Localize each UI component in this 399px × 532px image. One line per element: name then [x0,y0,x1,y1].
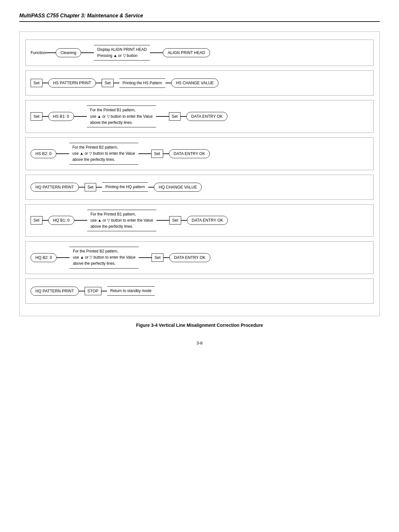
set-btn-5: Set [85,183,97,191]
hq-change-value-box: HQ CHANGE VALUE [154,183,202,192]
flow-section-6: Set HQ B1: 0 For the Printed B1 pattern,… [25,204,374,237]
flow-row-7: HQ B2: 0 For the Printed B2 pattern, use… [31,247,368,269]
connector-line [96,83,102,83]
hq-pattern-print-box-5: HQ PATTERN PRINT [31,183,79,192]
flow-row-1: Function Cleaning Display ALIGN PRINT HE… [31,45,368,60]
connector-line [42,220,48,221]
return-standby-box: Return to standby mode [107,286,155,296]
page: MultiPASS C755 Chapter 3: Maintenance & … [0,0,399,532]
connector-line [114,83,119,83]
hs-b1-instruction-box: For the Printed B1 pattern, use ▲ or ▽ b… [87,105,156,127]
data-entry-ok-7: DATA ENTRY OK [169,253,210,262]
hq-pattern-print-box-8: HQ PATTERN PRINT [31,287,79,296]
connector-line [74,220,87,221]
connector-line [74,116,87,117]
flow-section-8: HQ PATTERN PRINT STOP Return to standby … [25,279,374,304]
connector-line [148,187,154,188]
header-title: MultiPASS C755 Chapter 3: Maintenance & … [19,13,143,18]
flow-section-4: HS B2: 0 For the Printed B2 pattern, use… [25,137,374,170]
set-btn-3a: Set [31,112,42,121]
hs-b1-box: HS B1: 0 [48,112,74,121]
set-btn-2b: Set [102,79,114,87]
header: MultiPASS C755 Chapter 3: Maintenance & … [19,13,380,22]
connector-line [150,52,163,53]
connector-line [163,153,169,154]
cleaning-box: Cleaning [56,48,81,57]
hq-b2-box: HQ B2: 0 [31,253,57,262]
connector-line [139,257,152,258]
connector-line [156,220,169,221]
figure-caption: Figure 3-4 Vertical Line Misalignment Co… [19,323,380,328]
hs-b2-box: HS B2: 0 [31,149,56,158]
connector-line [165,83,171,83]
connector-line [57,257,70,258]
flow-row-2: Set HS PATTERN PRINT Set Printing the HS… [31,76,368,90]
stop-btn: STOP [85,287,101,295]
connector-line [181,220,187,221]
data-entry-ok-3: DATA ENTRY OK [186,112,227,121]
connector-line [181,116,186,117]
align-print-head-box: ALIGN PRINT HEAD [163,48,210,57]
flow-section-3: Set HS B1: 0 For the Printed B1 pattern,… [25,100,374,133]
data-entry-ok-4: DATA ENTRY OK [169,149,210,158]
connector-line [42,83,48,83]
set-btn-4: Set [151,150,163,158]
display-align-box: Display ALIGN PRINT HEAD Pressing ▲ or ▽… [94,45,150,60]
data-entry-ok-6: DATA ENTRY OK [187,216,228,225]
flow-section-1: Function Cleaning Display ALIGN PRINT HE… [25,40,374,66]
hq-b2-instruction-box: For the Printed B2 pattern, use ▲ or ▽ b… [70,247,139,269]
set-btn-6a: Set [31,216,42,225]
set-btn-3b: Set [169,112,181,121]
connector-line [81,52,94,53]
printing-hs-box: Printing the HS Pattern [119,78,165,88]
hq-b1-box: HQ B1: 0 [48,216,74,225]
connector-line [156,116,169,117]
diagram-area: Function Cleaning Display ALIGN PRINT HE… [19,32,380,316]
flow-section-5: HQ PATTERN PRINT Set Printing the HQ pat… [25,175,374,200]
flow-row-3: Set HS B1: 0 For the Printed B1 pattern,… [31,105,368,127]
set-btn-6b: Set [169,216,181,225]
flow-section-7: HQ B2: 0 For the Printed B2 pattern, use… [25,241,374,274]
flow-row-6: Set HQ B1: 0 For the Printed B1 pattern,… [31,210,368,232]
connector-line [42,116,48,117]
hs-change-value-box: HS CHANGE VALUE [171,78,219,87]
function-label: Function [31,50,46,55]
set-btn-7: Set [152,253,163,262]
page-number: 3-8 [19,341,380,345]
set-btn-2a: Set [31,79,42,87]
connector-line [101,291,107,291]
connector-line [56,153,69,154]
hq-b1-instruction-box: For the Printed B1 pattern, use ▲ or ▽ b… [87,210,156,232]
flow-row-5: HQ PATTERN PRINT Set Printing the HQ pat… [31,180,368,194]
connector-line [79,187,85,188]
hs-pattern-print-box: HS PATTERN PRINT [48,78,96,87]
connector-line [46,52,56,53]
connector-line [79,291,85,291]
flow-section-2: Set HS PATTERN PRINT Set Printing the HS… [25,70,374,96]
connector-line [138,153,151,154]
flow-row-8: HQ PATTERN PRINT STOP Return to standby … [31,284,368,298]
hs-b2-instruction-box: For the Printed B2 pattern, use ▲ or ▽ b… [69,143,138,165]
connector-line [163,257,169,258]
printing-hq-box: Printing the HQ pattern [102,182,148,192]
flow-row-4: HS B2: 0 For the Printed B2 pattern, use… [31,143,368,165]
connector-line [96,187,102,188]
